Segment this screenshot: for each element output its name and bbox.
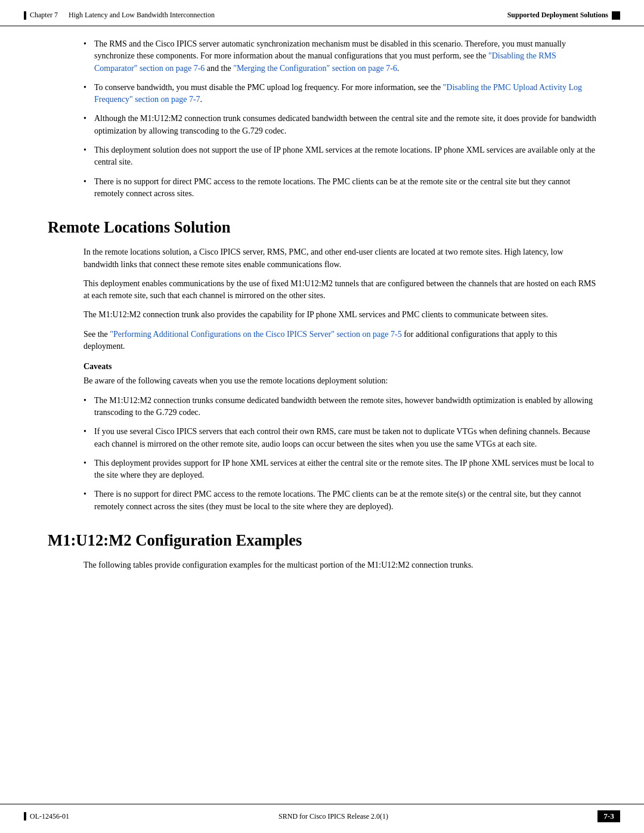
list-item: Although the M1:U12:M2 connection trunk … [83,113,596,137]
bullet-text-4: This deployment solution does not suppor… [94,145,595,166]
header-chapter-label: Chapter 7 [30,11,58,20]
bullet-text-1b: and the [205,64,233,73]
list-item: This deployment solution does not suppor… [83,144,596,169]
caveats-list: The M1:U12:M2 connection trunks consume … [83,395,596,513]
list-item: There is no support for direct PMC acces… [83,176,596,200]
link-performing-additional[interactable]: "Performing Additional Configurations on… [110,330,401,339]
m1-section-heading: M1:U12:M2 Configuration Examples [48,531,596,550]
page: Chapter 7 High Latency and Low Bandwidth… [0,0,644,833]
bullet-text-5: There is no support for direct PMC acces… [94,177,570,198]
header-left: Chapter 7 High Latency and Low Bandwidth… [24,11,215,20]
header-right-title: Supported Deployment Solutions [507,11,608,20]
remote-para-3: The M1:U12:M2 connection trunk also prov… [83,309,596,321]
header-chapter-title: High Latency and Low Bandwidth Interconn… [69,11,215,20]
header-right: Supported Deployment Solutions [507,11,620,20]
list-item: If you use several Cisco IPICS servers t… [83,426,596,450]
footer-right-label: SRND for Cisco IPICS Release 2.0(1) [278,812,388,820]
see-also-text-before: See the [83,330,110,339]
page-header: Chapter 7 High Latency and Low Bandwidth… [0,0,644,26]
remote-para-1: In the remote locations solution, a Cisc… [83,246,596,271]
bullet-text-2b: . [200,95,203,104]
page-footer: OL-12456-01 SRND for Cisco IPICS Release… [0,804,644,833]
list-item: There is no support for direct PMC acces… [83,488,596,513]
footer-left-bar [24,812,26,820]
caveat-3: This deployment provides support for IP … [94,459,594,479]
link-merging-config[interactable]: "Merging the Configuration" section on p… [233,64,397,73]
remote-see-also: See the "Performing Additional Configura… [83,329,596,353]
main-content: The RMS and the Cisco IPICS server autom… [0,26,644,626]
caveat-2: If you use several Cisco IPICS servers t… [94,427,590,448]
bullet-text-1c: . [397,64,400,73]
remote-para-2: This deployment enables communications b… [83,278,596,302]
caveat-1: The M1:U12:M2 connection trunks consume … [94,396,593,417]
top-bullet-list: The RMS and the Cisco IPICS server autom… [83,38,596,200]
m1-para: The following tables provide configurati… [83,559,596,571]
caveats-heading: Caveats [83,362,596,371]
page-number: 7-3 [597,810,620,822]
footer-doc-number: OL-12456-01 [30,812,69,821]
remote-section-heading: Remote Locations Solution [48,218,596,237]
list-item: The RMS and the Cisco IPICS server autom… [83,38,596,75]
bullet-text-3: Although the M1:U12:M2 connection trunk … [94,114,596,135]
list-item: This deployment provides support for IP … [83,457,596,482]
caveat-4: There is no support for direct PMC acces… [94,490,581,510]
caveats-intro: Be aware of the following caveats when y… [83,375,596,387]
header-left-bar [24,11,26,20]
footer-center: SRND for Cisco IPICS Release 2.0(1) [278,812,388,821]
list-item: The M1:U12:M2 connection trunks consume … [83,395,596,419]
header-right-bar [612,11,620,20]
bullet-text-2a: To conserve bandwidth, you must disable … [94,83,443,92]
list-item: To conserve bandwidth, you must disable … [83,82,596,106]
footer-left: OL-12456-01 [24,812,69,821]
